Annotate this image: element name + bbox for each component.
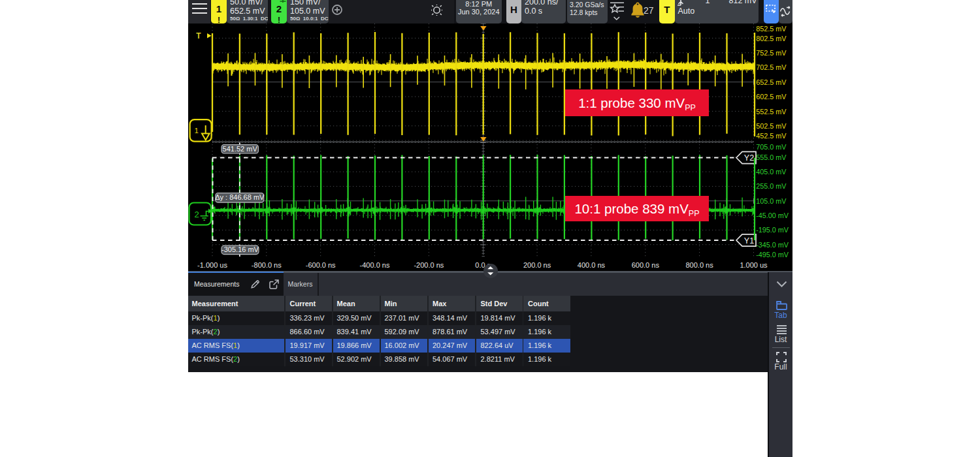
svg-text:602.5 mV: 602.5 mV — [756, 93, 787, 101]
svg-text:555.0 mV: 555.0 mV — [756, 153, 787, 161]
svg-text:-345.0 mV: -345.0 mV — [756, 241, 789, 249]
svg-text:405.0 mV: 405.0 mV — [756, 168, 787, 176]
svg-text:-45.00 mV: -45.00 mV — [756, 212, 789, 219]
svg-text:452.5 mV: 452.5 mV — [756, 132, 787, 140]
svg-text:552.5 mV: 552.5 mV — [756, 108, 787, 116]
svg-text:802.5 mV: 802.5 mV — [756, 35, 787, 42]
svg-text:652.5 mV: 652.5 mV — [756, 78, 787, 86]
svg-text:1.000 us: 1.000 us — [740, 261, 768, 269]
svg-text:Y2: Y2 — [744, 153, 754, 163]
svg-text:541.52 mV: 541.52 mV — [223, 145, 258, 153]
svg-text:-200.0 ns: -200.0 ns — [414, 261, 444, 269]
svg-text:T: T — [196, 31, 201, 40]
svg-text:-600.0 ns: -600.0 ns — [306, 261, 336, 269]
svg-text:-400.0 ns: -400.0 ns — [360, 261, 390, 269]
svg-text:-195.0 mV: -195.0 mV — [756, 226, 789, 234]
svg-text:2: 2 — [194, 210, 199, 219]
svg-text:852.5 mV: 852.5 mV — [756, 25, 787, 33]
svg-text:255.0 mV: 255.0 mV — [756, 182, 787, 190]
svg-text:-1.000 us: -1.000 us — [197, 261, 227, 269]
svg-text:Y1: Y1 — [744, 236, 754, 245]
svg-text:Δy : 846.68 mV: Δy : 846.68 mV — [215, 193, 265, 201]
svg-text:1: 1 — [194, 127, 198, 134]
svg-text:-305.16 mV: -305.16 mV — [221, 245, 259, 253]
svg-text:-800.0 ns: -800.0 ns — [252, 261, 282, 269]
svg-text:800.0 ns: 800.0 ns — [685, 261, 713, 269]
svg-text:502.5 mV: 502.5 mV — [756, 122, 787, 130]
svg-text:705.0 mV: 705.0 mV — [756, 143, 787, 151]
svg-text:702.5 mV: 702.5 mV — [756, 63, 787, 71]
svg-text:105.0 mV: 105.0 mV — [756, 197, 787, 205]
svg-text:600.0 ns: 600.0 ns — [632, 261, 660, 269]
svg-text:400.0 ns: 400.0 ns — [578, 261, 606, 269]
svg-text:200.0 ns: 200.0 ns — [523, 261, 551, 269]
svg-text:-495.0 mV: -495.0 mV — [756, 251, 789, 259]
svg-text:752.5 mV: 752.5 mV — [756, 49, 787, 57]
